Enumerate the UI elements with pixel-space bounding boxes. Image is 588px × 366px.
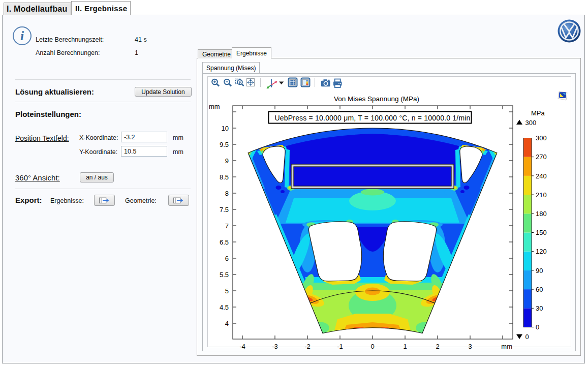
svg-text:5.5: 5.5 [220,271,229,279]
svg-text:6.5: 6.5 [220,238,229,246]
svg-text:1: 1 [403,343,407,350]
svg-text:7: 7 [225,222,229,230]
svg-text:300: 300 [536,134,547,142]
svg-text:270: 270 [536,153,547,161]
svg-text:60: 60 [536,286,543,293]
svg-text:180: 180 [536,210,547,218]
svg-text:-3: -3 [272,343,278,350]
svg-text:-1: -1 [337,343,343,350]
svg-text:7.5: 7.5 [220,206,229,214]
svg-text:10: 10 [222,125,229,132]
svg-text:-2: -2 [304,343,311,350]
svg-text:2: 2 [436,343,439,350]
svg-text:Von Mises Spannung (MPa): Von Mises Spannung (MPa) [334,95,419,103]
svg-text:240: 240 [536,172,547,180]
svg-text:5: 5 [225,287,229,295]
svg-text:MPa: MPa [531,109,545,117]
svg-text:150: 150 [536,229,547,236]
svg-text:8.5: 8.5 [220,173,229,181]
svg-text:0: 0 [536,323,539,331]
svg-text:mm: mm [501,343,512,350]
svg-text:6: 6 [225,255,229,262]
svg-text:9: 9 [225,157,229,165]
svg-text:300: 300 [525,119,537,127]
svg-text:-4: -4 [239,343,245,350]
svg-text:4: 4 [225,320,229,327]
svg-text:mm: mm [209,103,220,110]
svg-text:9.5: 9.5 [220,141,229,148]
svg-text:UebPress = 10.0000 μm, T = 100: UebPress = 10.0000 μm, T = 100.000 °C, n… [274,114,470,122]
svg-text:90: 90 [536,267,543,274]
svg-text:3: 3 [468,343,472,350]
svg-text:0: 0 [370,343,374,350]
svg-text:210: 210 [536,191,547,199]
svg-text:120: 120 [536,248,547,255]
svg-text:8: 8 [225,190,229,197]
svg-text:0: 0 [525,333,529,341]
svg-text:30: 30 [536,304,543,312]
svg-text:4.5: 4.5 [220,303,229,311]
